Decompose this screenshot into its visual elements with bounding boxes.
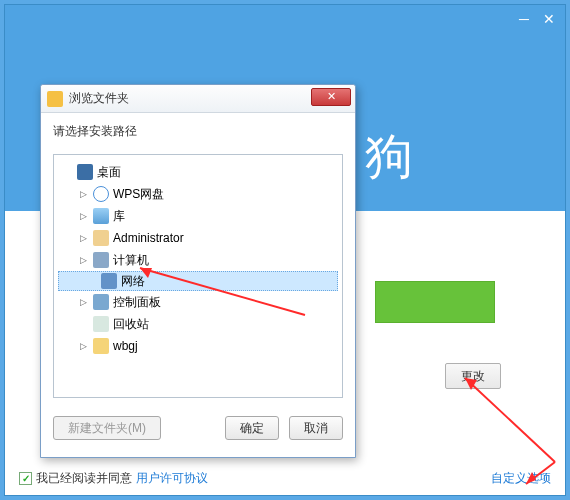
tree-label: 桌面	[97, 164, 121, 181]
expander-icon[interactable]: ▷	[78, 189, 89, 200]
tree-node-wps[interactable]: ▷ WPS网盘	[58, 183, 338, 205]
custom-options-link[interactable]: 自定义选项	[491, 470, 551, 487]
bottom-bar: ✓ 我已经阅读并同意 用户许可协议 自定义选项	[19, 470, 551, 487]
library-icon	[93, 208, 109, 224]
expander-icon[interactable]: ▷	[78, 255, 89, 266]
tree-node-wbgj[interactable]: ▷ wbgj	[58, 335, 338, 357]
tree-label: 回收站	[113, 316, 149, 333]
network-icon	[101, 273, 117, 289]
dialog-icon	[47, 91, 63, 107]
dialog-title: 浏览文件夹	[69, 90, 129, 107]
tree-label: WPS网盘	[113, 186, 164, 203]
install-button[interactable]	[375, 281, 495, 323]
computer-icon	[93, 252, 109, 268]
tree-node-network[interactable]: 网络	[58, 271, 338, 291]
tree-label: wbgj	[113, 339, 138, 353]
expander-icon[interactable]: ▷	[78, 297, 89, 308]
tree-node-recycle[interactable]: ▷ 回收站	[58, 313, 338, 335]
cloud-icon	[93, 186, 109, 202]
cancel-button[interactable]: 取消	[289, 416, 343, 440]
browse-folder-dialog: 浏览文件夹 ✕ 请选择安装路径 ▷ 桌面 ▷ WPS网盘 ▷ 库 ▷	[40, 84, 356, 458]
expander-icon[interactable]: ▷	[78, 211, 89, 222]
user-icon	[93, 230, 109, 246]
new-folder-button[interactable]: 新建文件夹(M)	[53, 416, 161, 440]
agree-checkbox[interactable]: ✓	[19, 472, 32, 485]
agree-group: ✓ 我已经阅读并同意 用户许可协议	[19, 470, 208, 487]
tree-label: 控制面板	[113, 294, 161, 311]
tree-label: 网络	[121, 273, 145, 290]
close-icon[interactable]: ✕	[543, 11, 555, 27]
dialog-titlebar: 浏览文件夹 ✕	[41, 85, 355, 113]
expander-icon[interactable]: ▷	[78, 341, 89, 352]
ok-button[interactable]: 确定	[225, 416, 279, 440]
window-controls: ─ ✕	[519, 11, 555, 27]
dialog-body: 请选择安装路径 ▷ 桌面 ▷ WPS网盘 ▷ 库 ▷ Administrator	[41, 113, 355, 408]
dialog-prompt: 请选择安装路径	[53, 123, 343, 140]
expander-icon[interactable]: ▷	[78, 233, 89, 244]
tree-node-desktop[interactable]: ▷ 桌面	[58, 161, 338, 183]
tree-node-libraries[interactable]: ▷ 库	[58, 205, 338, 227]
tree-label: 计算机	[113, 252, 149, 269]
agree-text: 我已经阅读并同意	[36, 470, 132, 487]
dialog-footer: 新建文件夹(M) 确定 取消	[41, 408, 355, 440]
minimize-icon[interactable]: ─	[519, 11, 529, 27]
brand-text: 狗	[365, 125, 413, 189]
tree-node-computer[interactable]: ▷ 计算机	[58, 249, 338, 271]
controlpanel-icon	[93, 294, 109, 310]
recycle-icon	[93, 316, 109, 332]
tree-node-controlpanel[interactable]: ▷ 控制面板	[58, 291, 338, 313]
tree-label: 库	[113, 208, 125, 225]
license-link[interactable]: 用户许可协议	[136, 470, 208, 487]
tree-node-admin[interactable]: ▷ Administrator	[58, 227, 338, 249]
tree-label: Administrator	[113, 231, 184, 245]
dialog-close-button[interactable]: ✕	[311, 88, 351, 106]
folder-icon	[93, 338, 109, 354]
folder-tree[interactable]: ▷ 桌面 ▷ WPS网盘 ▷ 库 ▷ Administrator ▷	[53, 154, 343, 398]
desktop-icon	[77, 164, 93, 180]
change-path-button[interactable]: 更改	[445, 363, 501, 389]
